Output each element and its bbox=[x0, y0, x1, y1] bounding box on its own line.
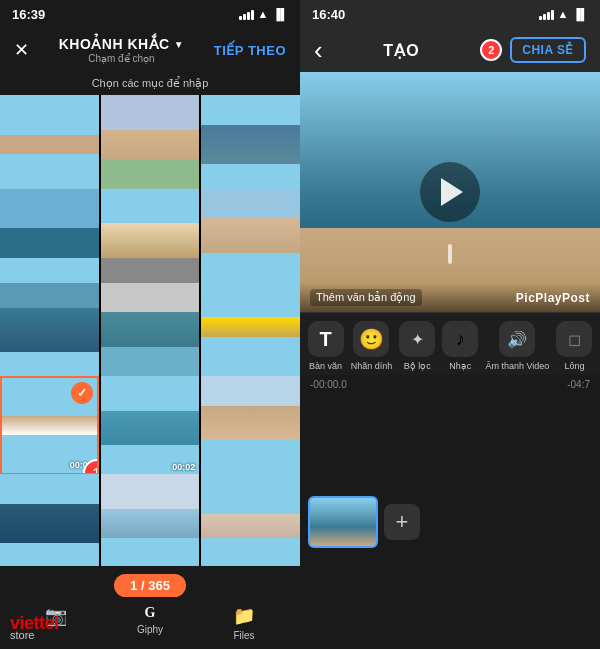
text-icon: T bbox=[308, 321, 344, 357]
photo-cell[interactable] bbox=[0, 283, 99, 382]
tool-text[interactable]: T Bàn văn bbox=[308, 321, 344, 371]
right-status-icons: ▲ ▐▌ bbox=[539, 8, 588, 20]
left-header-title[interactable]: KHOẢNH KHẮC ▼ bbox=[59, 36, 184, 52]
sticker-label: Nhãn dính bbox=[351, 361, 393, 371]
sticker-icon: 🙂 bbox=[353, 321, 389, 357]
back-button[interactable]: ‹ bbox=[314, 35, 323, 66]
play-triangle-icon bbox=[441, 178, 463, 206]
left-header: ✕ KHOẢNH KHẮC ▼ Chạm để chọn TIẾP THEO bbox=[0, 28, 300, 72]
brand-watermark: PicPlayPost bbox=[516, 291, 590, 305]
selected-checkmark: ✓ bbox=[71, 382, 93, 404]
right-panel: 16:40 ▲ ▐▌ ‹ TẠO 2 CHIA SẺ Thêm văn bản … bbox=[300, 0, 600, 649]
timeline-clip[interactable] bbox=[308, 496, 378, 548]
photo-cell[interactable] bbox=[101, 189, 200, 288]
music-label: Nhạc bbox=[449, 361, 471, 371]
tab-files[interactable]: 📁 Files bbox=[233, 605, 255, 641]
right-header-title: TẠO bbox=[383, 41, 419, 60]
timeline-track[interactable]: + bbox=[300, 394, 600, 649]
timeline-start-time: -00:00.0 bbox=[310, 379, 347, 390]
left-header-subtitle: Chạm để chọn bbox=[88, 53, 154, 64]
battery-icon: ▐▌ bbox=[272, 8, 288, 20]
music-icon: ♪ bbox=[442, 321, 478, 357]
filter-icon: ✦ bbox=[399, 321, 435, 357]
photo-cell[interactable] bbox=[201, 474, 300, 566]
left-panel: 16:39 ▲ ▐▌ ✕ KHOẢNH KHẮC ▼ Chạm để chọn … bbox=[0, 0, 300, 649]
right-battery-icon: ▐▌ bbox=[572, 8, 588, 20]
video-overlay-bar: Thêm văn bản động PicPlayPost bbox=[300, 283, 600, 312]
files-label: Files bbox=[233, 630, 254, 641]
giphy-label: Giphy bbox=[137, 624, 163, 635]
photo-cell[interactable] bbox=[101, 95, 200, 194]
text-label: Bàn văn bbox=[309, 361, 342, 371]
tool-sticker[interactable]: 🙂 Nhãn dính bbox=[351, 321, 393, 371]
photo-cell[interactable] bbox=[201, 376, 300, 475]
tool-audio[interactable]: 🔊 Âm thanh Video bbox=[485, 321, 549, 371]
store-label: store bbox=[10, 630, 34, 641]
left-status-time: 16:39 bbox=[12, 7, 45, 22]
wifi-icon: ▲ bbox=[258, 8, 269, 20]
left-status-bar: 16:39 ▲ ▐▌ bbox=[0, 0, 300, 28]
giphy-icon: G bbox=[145, 605, 156, 621]
photo-cell[interactable] bbox=[0, 474, 99, 566]
audio-icon: 🔊 bbox=[499, 321, 535, 357]
step-badge-2: 2 bbox=[480, 39, 502, 61]
photo-cell[interactable]: 00:02 bbox=[101, 376, 200, 475]
tool-music[interactable]: ♪ Nhạc bbox=[442, 321, 478, 371]
ratio-label: Lông bbox=[564, 361, 584, 371]
right-status-bar: 16:40 ▲ ▐▌ bbox=[300, 0, 600, 28]
next-button[interactable]: TIẾP THEO bbox=[214, 43, 286, 58]
add-clip-button[interactable]: + bbox=[384, 504, 420, 540]
photo-cell[interactable] bbox=[0, 189, 99, 288]
edit-toolbar: T Bàn văn 🙂 Nhãn dính ✦ Bộ lọc ♪ Nhạc 🔊 … bbox=[300, 312, 600, 375]
duration-label: 00:02 bbox=[172, 462, 195, 472]
beach-figure bbox=[448, 244, 452, 264]
photo-cell[interactable] bbox=[201, 283, 300, 382]
photo-cell[interactable] bbox=[101, 474, 200, 566]
timeline-section: -00:00.0 -04:7 + bbox=[300, 375, 600, 649]
share-button[interactable]: CHIA SẺ bbox=[510, 37, 586, 63]
timeline-header: -00:00.0 -04:7 bbox=[300, 375, 600, 394]
right-wifi-icon: ▲ bbox=[558, 8, 569, 20]
photo-cell[interactable] bbox=[101, 283, 200, 382]
close-button[interactable]: ✕ bbox=[14, 39, 29, 61]
photo-cell[interactable] bbox=[201, 189, 300, 288]
ratio-icon: ◻ bbox=[556, 321, 592, 357]
counter-badge: 1 / 365 bbox=[114, 574, 186, 597]
video-preview: Thêm văn bản động PicPlayPost bbox=[300, 72, 600, 312]
chevron-down-icon: ▼ bbox=[174, 39, 184, 50]
tab-giphy[interactable]: G Giphy bbox=[137, 605, 163, 641]
filter-label: Bộ lọc bbox=[404, 361, 431, 371]
tool-ratio[interactable]: ◻ Lông bbox=[556, 321, 592, 371]
left-status-icons: ▲ ▐▌ bbox=[239, 8, 288, 20]
play-button[interactable] bbox=[420, 162, 480, 222]
photo-cell[interactable] bbox=[201, 95, 300, 194]
signal-bars-icon bbox=[239, 8, 254, 20]
right-header: ‹ TẠO 2 CHIA SẺ bbox=[300, 28, 600, 72]
files-icon: 📁 bbox=[233, 605, 255, 627]
timeline-end-time: -04:7 bbox=[567, 379, 590, 390]
photo-grid: ✓ 00:04 1 00:02 bbox=[0, 95, 300, 566]
audio-label: Âm thanh Video bbox=[485, 361, 549, 371]
viettel-logo: viettel store bbox=[10, 614, 59, 641]
left-header-center: KHOẢNH KHẮC ▼ Chạm để chọn bbox=[59, 36, 184, 64]
tool-filter[interactable]: ✦ Bộ lọc bbox=[399, 321, 435, 371]
photo-cell[interactable] bbox=[0, 95, 99, 194]
right-signal-bars-icon bbox=[539, 8, 554, 20]
add-text-label: Thêm văn bản động bbox=[310, 289, 422, 306]
photo-cell-selected[interactable]: ✓ 00:04 1 bbox=[0, 376, 99, 475]
select-items-label: Chọn các mục để nhập bbox=[0, 72, 300, 95]
right-status-time: 16:40 bbox=[312, 7, 345, 22]
